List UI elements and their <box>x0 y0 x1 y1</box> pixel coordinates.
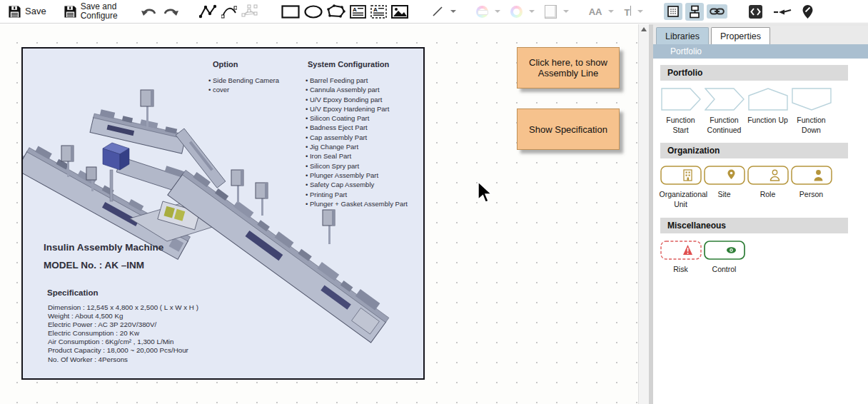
location-pin-icon <box>802 4 814 19</box>
textbox-tool-button[interactable]: A <box>348 4 368 20</box>
geo-pin-button[interactable] <box>799 3 816 21</box>
bezier-tool-button[interactable] <box>219 3 239 20</box>
tab-libraries[interactable]: Libraries <box>656 27 709 44</box>
redo-icon <box>162 6 179 17</box>
library-item-function-up[interactable]: Function Up <box>746 88 789 135</box>
machine-image-panel[interactable]: Option Side Bending Camera cover System … <box>21 47 425 380</box>
building-icon <box>660 166 702 185</box>
ellipse-tool-button[interactable] <box>302 4 325 20</box>
scroll-up-icon[interactable] <box>641 27 647 31</box>
diagram-canvas[interactable]: Option Side Bending Camera cover System … <box>0 24 638 404</box>
config-item: Barrel Feeding part <box>306 76 408 85</box>
function-up-shape-icon <box>748 88 788 111</box>
undo-icon <box>141 6 158 17</box>
library-item-role[interactable]: Role <box>746 166 789 209</box>
system-configuration-title: System Configuration <box>308 60 389 69</box>
library-item-function-start[interactable]: Function Start <box>659 88 702 135</box>
floating-text-tool-button[interactable]: A <box>368 4 389 20</box>
tab-properties[interactable]: Properties <box>711 27 770 44</box>
section-miscellaneous[interactable]: Miscellaneous <box>660 218 848 233</box>
eye-icon <box>704 241 745 260</box>
redo-button[interactable] <box>160 5 181 19</box>
bezier-tool-icon <box>221 4 237 19</box>
chevron-down-icon <box>608 10 614 13</box>
chevron-down-icon <box>495 10 500 13</box>
config-item: Safety Cap Assembly <box>306 180 408 189</box>
layout-toggle-button[interactable] <box>685 3 704 21</box>
snap-icon <box>773 6 792 16</box>
library-item-label: Control <box>703 265 746 275</box>
edit-path-icon <box>241 4 258 19</box>
library-item-control[interactable]: Control <box>702 241 746 275</box>
stroke-color-icon <box>476 6 488 18</box>
toolbar: Save Save and Configure <box>0 0 868 24</box>
svg-text:A: A <box>353 6 357 13</box>
rectangle-tool-button[interactable] <box>279 4 302 20</box>
textbox-tool-icon: A <box>350 5 366 19</box>
show-specification-button[interactable]: Show Specification <box>517 108 620 150</box>
library-item-function-continued[interactable]: Function Continued <box>702 88 746 135</box>
link-button[interactable] <box>707 4 727 19</box>
snap-button[interactable] <box>771 5 794 18</box>
text-tool-button[interactable]: T <box>622 4 645 19</box>
library-item-person[interactable]: Person <box>789 166 833 209</box>
line-style-button[interactable] <box>429 4 458 19</box>
show-assembly-line-button[interactable]: Click here, to show Assembly Line <box>517 47 620 89</box>
library-item-organizational-unit[interactable]: Organizational Unit <box>659 166 702 209</box>
library-item-label: Risk <box>660 265 702 275</box>
fill-color-button[interactable] <box>508 4 537 19</box>
library-item-label: Function Continued <box>703 116 746 135</box>
library-item-risk[interactable]: Risk <box>659 241 702 275</box>
canvas-vertical-scrollbar[interactable] <box>638 24 649 404</box>
rectangle-tool-icon <box>281 5 300 19</box>
stroke-color-button[interactable] <box>474 4 503 19</box>
fill-color-icon <box>510 6 523 18</box>
library-item-label: Organizational Unit <box>660 190 702 209</box>
source-code-icon <box>748 4 763 19</box>
function-continued-shape-icon <box>705 88 745 111</box>
save-and-configure-button[interactable]: Save and Configure <box>61 1 128 21</box>
edit-path-button[interactable] <box>239 3 261 20</box>
polyline-tool-icon <box>199 4 217 19</box>
polygon-tool-icon <box>327 4 345 19</box>
library-item-site[interactable]: Site <box>702 166 746 209</box>
section-organization[interactable]: Organization <box>660 143 848 158</box>
source-code-button[interactable] <box>746 3 765 21</box>
font-family-button[interactable]: AA <box>587 5 617 19</box>
polygon-tool-button[interactable] <box>325 3 348 20</box>
chevron-down-icon <box>637 10 643 13</box>
page-style-icon <box>545 5 557 19</box>
config-item: Badness Eject Part <box>306 123 408 132</box>
section-portfolio[interactable]: Portfolio <box>660 65 848 81</box>
option-item: Side Bending Camera <box>208 76 279 85</box>
spec-line: Dimension : 12,545 x 4,800 x 2,500 ( L x… <box>48 303 198 312</box>
config-item: Printing Part <box>306 190 408 199</box>
grid-toggle-button[interactable] <box>664 3 682 20</box>
undo-button[interactable] <box>138 5 160 19</box>
config-item: Cap assembly Part <box>306 133 408 142</box>
save-icon <box>8 5 21 19</box>
config-item: Iron Seal Part <box>306 151 408 161</box>
font-family-icon: AA <box>589 6 602 17</box>
page-style-button[interactable] <box>542 4 571 20</box>
text-tool-icon: T <box>624 6 631 18</box>
library-item-label: Function Down <box>790 116 833 135</box>
config-item: Cannula Assembly part <box>306 85 408 94</box>
portfolio-items: Function Start Function Continued Functi… <box>653 81 868 136</box>
library-item-label: Site <box>703 190 746 200</box>
spec-line: No. Of Worker : 4Persons <box>48 355 198 364</box>
function-start-shape-icon <box>661 88 701 111</box>
library-item-function-down[interactable]: Function Down <box>789 88 833 135</box>
save-label: Save <box>25 6 46 16</box>
config-item: Silicon Coating Part <box>306 113 408 123</box>
config-item: Silicon Spry part <box>306 161 408 171</box>
library-panel-header[interactable]: Portfolio <box>653 44 868 59</box>
image-tool-button[interactable] <box>389 4 410 20</box>
library-item-label: Person <box>790 190 833 200</box>
specification-title: Specification <box>47 288 99 297</box>
config-item: Plunger + Gasket Assembly Part <box>306 199 408 208</box>
save-button[interactable]: Save <box>6 4 49 20</box>
right-sidebar: Libraries Properties Portfolio Portfolio… <box>649 24 868 404</box>
polyline-tool-button[interactable] <box>197 3 219 20</box>
save-configure-icon <box>64 5 77 19</box>
